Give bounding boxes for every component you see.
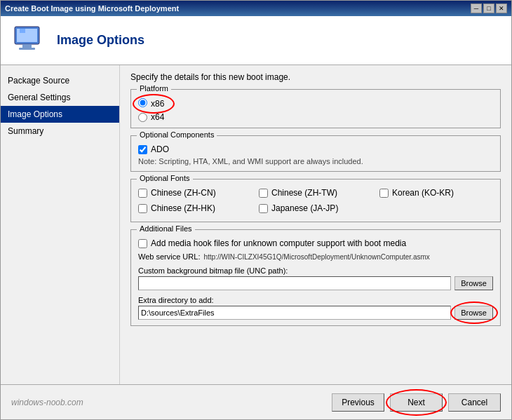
- custom-bg-label: Custom background bitmap file (UNC path)…: [138, 266, 493, 275]
- web-service-value: http://WIN-CILZXI45G1Q/MicrosoftDeployme…: [203, 253, 493, 261]
- platform-x86-item: x86: [138, 98, 493, 109]
- platform-x64-radio[interactable]: [138, 113, 147, 122]
- font-zh-tw-label: Chinese (ZH-TW): [271, 188, 337, 198]
- custom-bg-row: Custom background bitmap file (UNC path)…: [138, 266, 493, 290]
- fonts-grid: Chinese (ZH-CN) Chinese (ZH-TW) Korean (…: [138, 188, 493, 216]
- font-zh-tw-item: Chinese (ZH-TW): [259, 188, 372, 198]
- hook-checkbox[interactable]: [138, 239, 147, 248]
- sidebar: Package Source General Settings Image Op…: [1, 65, 120, 384]
- custom-bg-input[interactable]: [138, 276, 451, 290]
- next-button[interactable]: Next: [390, 393, 443, 412]
- platform-x86-radio[interactable]: [138, 98, 147, 107]
- optional-fonts-legend: Optional Fonts: [137, 174, 193, 182]
- font-zh-hk-label: Chinese (ZH-HK): [151, 203, 215, 213]
- platform-group: Platform x86 x64: [130, 89, 501, 128]
- font-ko-kr-label: Korean (KO-KR): [392, 188, 454, 198]
- title-bar-controls: ─ □ ✕: [471, 4, 507, 13]
- font-ko-kr-checkbox[interactable]: [379, 189, 389, 198]
- content-area: Specify the details for this new boot im…: [120, 65, 511, 384]
- font-ja-jp-item: Japanese (JA-JP): [259, 203, 372, 213]
- additional-files-group: Additional Files Add media hook files fo…: [130, 229, 501, 326]
- instruction-text: Specify the details for this new boot im…: [130, 72, 501, 82]
- web-service-row: Web service URL: http://WIN-CILZXI45G1Q/…: [138, 252, 493, 261]
- watermark: windows-noob.com: [11, 398, 83, 407]
- browse-button-1[interactable]: Browse: [454, 276, 493, 290]
- extra-dir-input[interactable]: [138, 306, 451, 320]
- platform-x64-label: x64: [151, 112, 164, 122]
- main-window: Create Boot Image using Microsoft Deploy…: [0, 0, 512, 420]
- bottom-bar: windows-noob.com Previous Next Cancel: [1, 384, 511, 419]
- web-service-label: Web service URL:: [138, 252, 200, 261]
- platform-x64-item: x64: [138, 112, 493, 122]
- previous-button[interactable]: Previous: [332, 393, 384, 412]
- hook-label: Add media hook files for unknown compute…: [151, 238, 406, 248]
- nav-buttons: Previous Next Cancel: [332, 393, 501, 412]
- cancel-button[interactable]: Cancel: [448, 393, 501, 412]
- font-ja-jp-label: Japanese (JA-JP): [271, 203, 338, 213]
- platform-x86-label: x86: [151, 99, 164, 109]
- platform-legend: Platform: [137, 84, 171, 93]
- optional-components-group: Optional Components ADO Note: Scripting,…: [130, 135, 501, 172]
- page-title: Image Options: [57, 33, 144, 48]
- window-title: Create Boot Image using Microsoft Deploy…: [5, 4, 179, 13]
- font-zh-tw-checkbox[interactable]: [259, 189, 268, 198]
- sidebar-item-general-settings[interactable]: General Settings: [1, 89, 119, 106]
- font-zh-cn-label: Chinese (ZH-CN): [151, 188, 216, 198]
- ado-label: ADO: [151, 144, 169, 154]
- sidebar-item-image-options[interactable]: Image Options: [1, 106, 119, 123]
- font-ko-kr-item: Korean (KO-KR): [379, 188, 493, 198]
- header-icon: [11, 23, 46, 58]
- note-text: Note: Scripting, HTA, XML, and WMI suppo…: [138, 157, 493, 165]
- font-zh-cn-item: Chinese (ZH-CN): [138, 188, 252, 198]
- main-content: Package Source General Settings Image Op…: [1, 65, 511, 384]
- svg-rect-3: [19, 48, 35, 50]
- extra-dir-row: Extra directory to add: Browse: [138, 296, 493, 320]
- optional-components-legend: Optional Components: [137, 130, 217, 139]
- title-bar: Create Boot Image using Microsoft Deploy…: [1, 1, 511, 16]
- x86-wrapper: [138, 98, 147, 109]
- sidebar-item-package-source[interactable]: Package Source: [1, 72, 119, 89]
- ado-checkbox-item: ADO: [138, 144, 493, 154]
- platform-radio-group: x86 x64: [138, 98, 493, 122]
- header-area: Image Options: [1, 16, 511, 65]
- next-btn-wrapper: Next: [390, 393, 443, 412]
- additional-files-legend: Additional Files: [137, 224, 195, 233]
- minimize-button[interactable]: ─: [471, 4, 482, 13]
- browse-button-2[interactable]: Browse: [454, 306, 493, 320]
- ado-checkbox[interactable]: [138, 145, 147, 154]
- svg-rect-2: [22, 44, 32, 48]
- maximize-button[interactable]: □: [483, 4, 494, 13]
- optional-fonts-group: Optional Fonts Chinese (ZH-CN) Chinese (…: [130, 179, 501, 222]
- svg-rect-4: [20, 29, 25, 33]
- font-zh-hk-checkbox[interactable]: [138, 204, 147, 213]
- hook-checkbox-item: Add media hook files for unknown compute…: [138, 238, 493, 248]
- font-ja-jp-checkbox[interactable]: [259, 204, 268, 213]
- sidebar-item-summary[interactable]: Summary: [1, 123, 119, 140]
- close-button[interactable]: ✕: [496, 4, 507, 13]
- font-zh-hk-item: Chinese (ZH-HK): [138, 203, 252, 213]
- font-zh-cn-checkbox[interactable]: [138, 189, 147, 198]
- extra-dir-label: Extra directory to add:: [138, 296, 493, 304]
- browse-btn-2-wrapper: Browse: [454, 306, 493, 320]
